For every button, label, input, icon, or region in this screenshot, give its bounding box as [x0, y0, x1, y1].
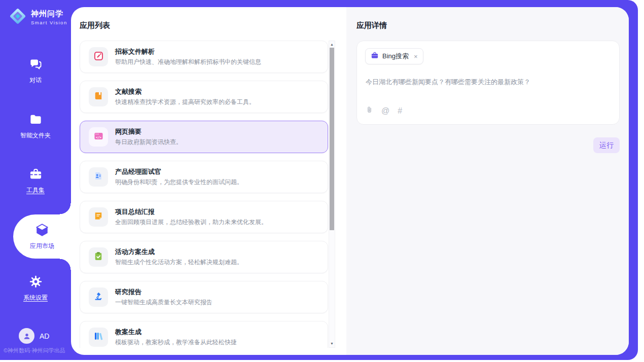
- app-title: 网页摘要: [115, 127, 182, 136]
- user-name: AD: [40, 332, 49, 340]
- brand-diamond-icon: [8, 7, 27, 28]
- bid-edit-icon: [93, 51, 104, 63]
- brand-subtitle: Smart Vision: [31, 20, 67, 25]
- webpage-window-icon: </>: [93, 131, 104, 143]
- app-list-title: 应用列表: [80, 21, 110, 30]
- gear-icon: [29, 275, 43, 291]
- prompt-toolbar: @ #: [366, 105, 402, 116]
- app-list: 招标文件解析 帮助用户快速、准确地理解和解析招标书中的关键信息 文献搜索 快速精…: [80, 41, 328, 348]
- app-list-scrollbar[interactable]: ▲ ▼: [329, 41, 335, 348]
- sidebar-item-label: 应用市场: [30, 242, 54, 250]
- app-description: 帮助用户快速、准确地理解和解析招标书中的关键信息: [115, 58, 261, 66]
- sidebar-item-smart-folder[interactable]: 智能文件夹: [0, 113, 71, 140]
- sidebar-item-app-market[interactable]: 应用市场: [13, 214, 71, 259]
- app-description: 每日政府新闻资讯快查。: [115, 138, 182, 147]
- app-card[interactable]: 教案生成 模板驱动，教案秒成，教学准备从此轻松快捷: [80, 321, 328, 348]
- pm-interview-icon: [93, 171, 103, 183]
- sidebar-item-toolset[interactable]: 工具集: [0, 167, 71, 195]
- app-card[interactable]: </> 网页摘要 每日政府新闻资讯快查。: [80, 121, 328, 153]
- app-card[interactable]: 产品经理面试官 明确身份和职责，为您提供专业性的面试问题。: [80, 161, 328, 193]
- sidebar-item-label: 智能文件夹: [20, 131, 51, 140]
- app-title: 活动方案生成: [115, 247, 243, 257]
- app-title: 招标文件解析: [115, 47, 261, 56]
- main-content: 应用列表 招标文件解析 帮助用户快速、准确地理解和解析招标书中的关键信息 文献搜…: [71, 7, 629, 355]
- research-microscope-icon: [93, 291, 103, 303]
- tool-chip-label: Bing搜索: [382, 52, 409, 61]
- run-button[interactable]: 运行: [593, 137, 620, 153]
- scroll-down-icon[interactable]: ▼: [329, 341, 335, 346]
- app-title: 产品经理面试官: [115, 167, 243, 176]
- sidebar-item-label: 工具集: [26, 186, 45, 195]
- activity-clipboard-icon: [93, 251, 103, 263]
- avatar[interactable]: [19, 328, 34, 344]
- folder-icon: [29, 113, 43, 128]
- toolbox-icon: [29, 167, 43, 183]
- brand-name: 神州问学: [31, 9, 67, 19]
- literature-book-icon: [93, 91, 103, 103]
- person-icon: [22, 332, 31, 341]
- brand-logo: 神州问学 Smart Vision: [8, 7, 67, 28]
- app-card[interactable]: 研究报告 一键智能生成高质量长文本研究报告: [80, 281, 328, 313]
- chat-icon: [29, 57, 43, 73]
- cube-icon: [34, 223, 50, 240]
- scroll-up-icon[interactable]: ▲: [329, 42, 335, 47]
- sidebar-item-settings[interactable]: 系统设置: [0, 275, 71, 302]
- tool-chip-bing-search[interactable]: Bing搜索 ×: [365, 48, 423, 64]
- sidebar-item-label: 对话: [29, 76, 42, 85]
- attach-icon[interactable]: [366, 105, 373, 116]
- app-frame: 神州问学 Smart Vision 对话 智能文件夹: [0, 0, 638, 360]
- app-card[interactable]: 招标文件解析 帮助用户快速、准确地理解和解析招标书中的关键信息: [80, 41, 328, 73]
- app-detail-title: 应用详情: [356, 21, 387, 30]
- mention-icon[interactable]: @: [381, 106, 389, 115]
- app-card[interactable]: 活动方案生成 智能生成个性化活动方案，轻松解决规划难题。: [80, 241, 328, 273]
- svg-text:</>: </>: [95, 135, 101, 138]
- app-description: 快速精准查找学术资源，提高研究效率的必备工具。: [115, 98, 255, 106]
- hash-icon[interactable]: #: [398, 106, 402, 115]
- lesson-books-icon: [93, 331, 103, 343]
- app-detail-panel: 应用详情 Bing搜索 × 今日湖北有哪些新闻要点？有哪些需要关注的最新政策？: [346, 7, 629, 355]
- app-description: 智能生成个性化活动方案，轻松解决规划难题。: [115, 258, 243, 267]
- app-description: 模板驱动，教案秒成，教学准备从此轻松快捷: [115, 338, 237, 347]
- app-title: 文献搜索: [115, 87, 255, 96]
- sidebar-item-chat[interactable]: 对话: [0, 57, 71, 85]
- app-description: 一键智能生成高质量长文本研究报告: [115, 298, 212, 307]
- prompt-card: Bing搜索 × 今日湖北有哪些新闻要点？有哪些需要关注的最新政策？ @ #: [356, 41, 620, 125]
- app-card[interactable]: 文献搜索 快速精准查找学术资源，提高研究效率的必备工具。: [80, 81, 328, 113]
- user-account[interactable]: AD: [19, 328, 49, 344]
- scrollbar-thumb[interactable]: [330, 48, 334, 230]
- chip-close-icon[interactable]: ×: [414, 53, 418, 60]
- app-card[interactable]: 项目总结汇报 全面回顾项目进展，总结经验教训，助力未来优化发展。: [80, 201, 328, 233]
- app-title: 项目总结汇报: [115, 207, 267, 216]
- app-title: 教案生成: [115, 328, 237, 337]
- project-note-icon: [93, 211, 103, 223]
- app-description: 全面回顾项目进展，总结经验教训，助力未来优化发展。: [115, 218, 267, 227]
- copyright-text: ©神州数码·神州问学出品: [4, 347, 65, 354]
- app-description: 明确身份和职责，为您提供专业性的面试问题。: [115, 178, 243, 187]
- prompt-input[interactable]: 今日湖北有哪些新闻要点？有哪些需要关注的最新政策？: [366, 78, 612, 87]
- briefcase-icon: [371, 51, 379, 61]
- sidebar-item-label: 系统设置: [23, 294, 48, 302]
- app-title: 研究报告: [115, 287, 212, 297]
